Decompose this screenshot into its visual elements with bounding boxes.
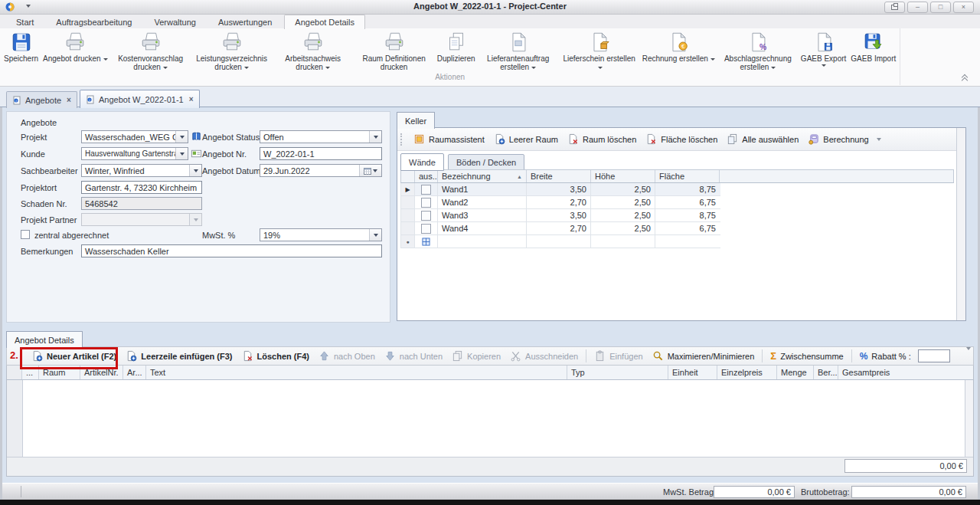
abschlagsrechnung-erstellen-button[interactable]: % Abschlagsrechnung erstellen — [717, 29, 799, 74]
fullscreen-button[interactable] — [884, 2, 905, 13]
bemerkungen-field[interactable]: Wasserschaden Keller — [81, 244, 382, 257]
column-hoehe[interactable]: Höhe — [591, 170, 655, 182]
berechnung-dropdown-button[interactable] — [874, 132, 884, 147]
project-book-icon[interactable] — [191, 131, 202, 143]
tab-verwaltung[interactable]: Verwaltung — [144, 15, 205, 28]
gaeb-import-button[interactable]: GAEB Import — [848, 29, 898, 74]
row-checkbox[interactable] — [421, 185, 431, 195]
combo-dropdown-button[interactable] — [175, 148, 188, 159]
alle-auswaehlen-button[interactable]: Alle auswählen — [722, 131, 803, 148]
row-checkbox[interactable] — [421, 198, 431, 208]
vertical-scrollbar[interactable] — [956, 128, 965, 320]
raum-loeschen-button[interactable]: Raum löschen — [563, 131, 641, 148]
tab-auswertungen[interactable]: Auswertungen — [208, 15, 282, 28]
kostenvoranschlag-drucken-button[interactable]: Kostenvoranschlag drucken — [110, 29, 191, 74]
nach-oben-button[interactable]: nach Oben — [314, 348, 380, 365]
lieferschein-erstellen-button[interactable]: Lieferschein erstellen — [559, 29, 640, 74]
neuer-artikel-button[interactable]: Neuer Artikel (F2) — [27, 348, 121, 365]
table-row[interactable]: Wand2 2,70 2,50 6,75 — [400, 196, 720, 209]
column-einheit[interactable]: Einheit — [668, 366, 717, 379]
close-tab-icon[interactable]: × — [65, 96, 71, 104]
raumassistent-button[interactable]: Raumassistent — [409, 131, 489, 148]
table-row[interactable]: Wand3 3,50 2,50 8,75 — [400, 209, 720, 222]
combo-dropdown-button[interactable] — [369, 229, 381, 241]
tab-angebot-details[interactable]: Angebot Details — [284, 15, 365, 29]
column-menge[interactable]: Menge — [777, 366, 814, 379]
berechnung-button[interactable]: Berechnung — [803, 131, 873, 148]
tab-auftragsbearbeitung[interactable]: Auftragsbearbeitung — [46, 15, 142, 28]
combo-dropdown-button[interactable] — [369, 131, 381, 143]
angebot-datum-field[interactable]: 29.Jun.2022 — [260, 164, 382, 177]
column-raum[interactable]: Raum — [39, 366, 80, 379]
combo-dropdown-button[interactable] — [175, 131, 188, 143]
column-artikelnr[interactable]: ArtikelNr. — [80, 366, 123, 379]
angebot-status-combo[interactable]: Offen — [260, 130, 382, 143]
column-aus[interactable]: aus... — [415, 170, 438, 182]
subtab-boeden-decken[interactable]: Böden / Decken — [448, 154, 524, 171]
projekt-combo[interactable]: Wasserschaden_WEG Garte... — [81, 130, 188, 143]
details-tab[interactable]: Angebot Details — [6, 331, 83, 348]
new-row[interactable]: ● — [400, 235, 720, 248]
toolbar-overflow-button[interactable] — [966, 350, 971, 359]
room-panel: Keller Raumassistent — [397, 112, 966, 321]
zwischensumme-button[interactable]: Σ Zwischensumme — [766, 348, 848, 365]
loeschen-button[interactable]: Löschen (F4) — [237, 348, 314, 365]
angebot-drucken-button[interactable]: Angebot drucken — [41, 29, 110, 74]
doc-tab-angebot-w-2022-01-1[interactable]: i Angebot W_2022-01-1 × — [80, 90, 200, 108]
column-bezeichnung[interactable]: Bezeichnung▲ — [438, 170, 527, 182]
close-tab-icon[interactable]: × — [188, 95, 194, 103]
nach-unten-button[interactable]: nach Unten — [380, 348, 447, 365]
column-typ[interactable]: Typ — [567, 366, 668, 379]
ausschneiden-button[interactable]: Ausschneiden — [505, 348, 583, 365]
column-options[interactable]: ... — [22, 366, 39, 379]
gaeb-export-button[interactable]: GAEB Export — [799, 29, 848, 74]
doc-tab-angebote[interactable]: i Angebote × — [6, 91, 77, 108]
room-tab-keller[interactable]: Keller — [397, 112, 435, 129]
arbeitsnachweis-drucken-button[interactable]: Arbeitsnachweis drucken — [273, 29, 354, 74]
row-checkbox[interactable] — [421, 224, 431, 234]
vertical-scrollbar[interactable] — [965, 380, 973, 457]
column-ar[interactable]: Ar... — [123, 366, 146, 379]
column-breite[interactable]: Breite — [527, 170, 591, 182]
einfuegen-button[interactable]: Einfügen — [590, 348, 647, 365]
raum-definitionen-drucken-button[interactable]: Raum Definitionen drucken — [354, 29, 435, 74]
maximize-button[interactable]: □ — [930, 2, 951, 13]
row-header-column — [401, 170, 415, 182]
rabatt-input[interactable] — [918, 349, 950, 362]
datepicker-dropdown-button[interactable] — [359, 165, 381, 176]
mwst-combo[interactable]: 19% — [260, 228, 382, 241]
rechnung-erstellen-button[interactable]: € Rechnung erstellen — [640, 29, 717, 74]
duplizieren-button[interactable]: Duplizieren — [435, 29, 478, 74]
schaden-nr-field[interactable]: 5468542 — [81, 197, 202, 210]
contact-card-icon[interactable] — [191, 148, 202, 159]
leerer-raum-button[interactable]: Leerer Raum — [489, 131, 563, 148]
maximieren-minimieren-button[interactable]: Maximieren/Minimieren — [648, 348, 760, 365]
column-einzelpreis[interactable]: Einzelpreis — [717, 366, 777, 379]
combo-dropdown-button[interactable] — [189, 165, 201, 176]
collapse-ribbon-button[interactable] — [959, 74, 971, 84]
projekt-partner-combo[interactable] — [81, 213, 202, 226]
flaeche-loeschen-button[interactable]: Fläche löschen — [641, 131, 722, 148]
zentral-abgerechnet-checkbox[interactable] — [21, 230, 30, 239]
column-ber[interactable]: Ber... — [814, 366, 838, 379]
kopieren-button[interactable]: Kopieren — [447, 348, 505, 365]
close-button[interactable]: × — [953, 2, 974, 13]
angebot-nr-field[interactable]: W_2022-01-1 — [260, 147, 382, 160]
speichern-button[interactable]: Speichern — [2, 29, 41, 74]
tab-start[interactable]: Start — [6, 15, 44, 28]
leerzeile-einfuegen-button[interactable]: Leerzeile einfügen (F3) — [121, 348, 237, 365]
chevron-down-icon — [373, 169, 377, 172]
column-gesamtpreis[interactable]: Gesamtpreis — [838, 366, 973, 379]
kunde-combo[interactable]: Hausverwaltung Gartenstraße — [81, 147, 188, 160]
sachbearbeiter-combo[interactable]: Winter, Winfried — [81, 164, 202, 177]
column-flaeche[interactable]: Fläche — [655, 170, 720, 182]
leistungsverzeichnis-drucken-button[interactable]: Leistungsverzeichnis drucken — [191, 29, 273, 74]
table-row[interactable]: ▶ Wand1 3,50 2,50 8,75 — [400, 183, 720, 196]
lieferantenauftrag-erstellen-button[interactable]: Lieferantenauftrag erstellen — [478, 29, 559, 74]
table-row[interactable]: Wand4 2,70 2,50 6,75 — [400, 222, 720, 235]
projektort-field[interactable]: Gartenstr. 4, 73230 Kirchheim — [81, 181, 202, 194]
column-text[interactable]: Text — [146, 366, 567, 379]
subtab-waende[interactable]: Wände — [400, 153, 444, 171]
minimize-button[interactable]: – — [907, 2, 928, 13]
row-checkbox[interactable] — [421, 211, 431, 221]
